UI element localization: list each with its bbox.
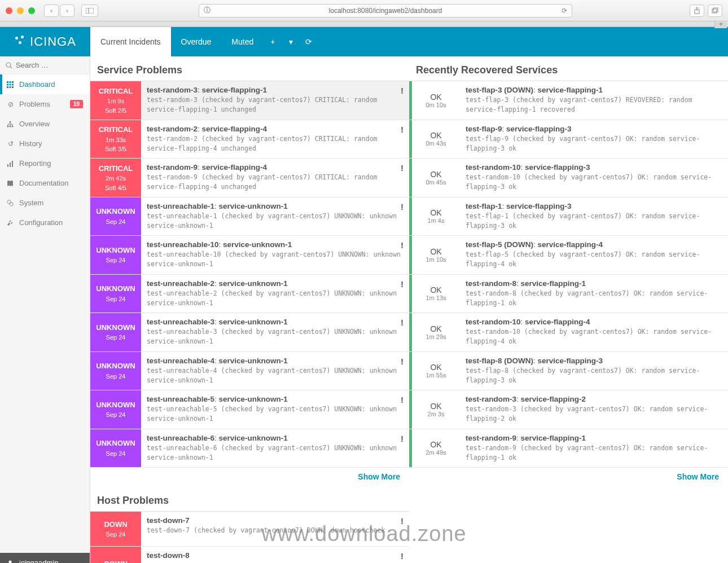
sidebar-item-system[interactable]: System [0,193,90,213]
sidebar-item-overview[interactable]: Overview [0,114,90,134]
tabs-button[interactable] [708,5,722,17]
svg-rect-5 [713,8,718,12]
minimize-window-icon[interactable] [17,7,24,14]
row-title: test-random-10: service-flapping-4 [466,318,720,326]
status-label: UNKNOWN [96,206,135,217]
row-message: test-flap-8 (checked by vagrant-centos7)… [466,366,720,386]
sidebar-item-user[interactable]: icingaadmin [0,553,90,563]
tab-current-incidents[interactable]: Current Incidents [90,27,171,56]
unhandled-icon: ! [401,516,404,526]
status-label: CRITICAL [99,163,133,174]
host-problem-row[interactable]: DOWNSep 24test-down-7test-down-7 (checke… [90,512,409,547]
status-label: OK [430,247,441,256]
maximize-window-icon[interactable] [28,7,35,14]
status-time: 1m 33s [106,135,126,145]
history-icon: ↺ [7,140,15,148]
service-problem-row[interactable]: CRITICAL2m 42sSoft 4/5test-random-9: ser… [90,159,409,197]
search-box[interactable] [0,56,90,74]
recovered-service-row[interactable]: OK1m 10stest-flap-5 (DOWN): service-flap… [409,236,728,275]
status-cell: UNKNOWNSep 24 [90,390,141,429]
recovered-service-row[interactable]: OK2m 49stest-random-9: service-flapping-… [409,429,728,468]
url-bar[interactable]: ⓘ localhost:8080/icingaweb2/dashboard ⟳ [199,4,572,17]
service-problem-row[interactable]: UNKNOWNSep 24test-unreachable-10: servic… [90,236,409,275]
service-problem-row[interactable]: UNKNOWNSep 24test-unreachable-4: service… [90,352,409,391]
status-cell: OK1m 55s [409,352,460,390]
service-problem-row[interactable]: UNKNOWNSep 24test-unreachable-5: service… [90,390,409,429]
close-window-icon[interactable] [6,7,12,14]
sidebar-item-configuration[interactable]: Configuration [0,213,90,232]
logo[interactable]: ICINGA [14,34,76,49]
recovered-service-row[interactable]: OK1m 13stest-random-8: service-flapping-… [409,275,728,314]
row-message: test-unreachable-6 (checked by vagrant-c… [147,443,401,463]
svg-point-6 [6,63,11,67]
detail-cell: test-random-9: service-flapping-4test-ra… [141,159,409,197]
sidebar-item-problems[interactable]: ⊘ Problems 19 [0,94,90,114]
detail-cell: test-flap-1: service-flapping-3test-flap… [460,197,728,236]
service-problem-row[interactable]: CRITICAL1m 33sSoft 3/5test-random-2: ser… [90,120,409,159]
status-label: UNKNOWN [96,438,135,449]
status-label: UNKNOWN [96,283,135,294]
row-title: test-unreachable-10: service-unknown-1 [147,240,401,249]
sidebar-toggle-icon[interactable] [81,5,98,17]
recovered-service-row[interactable]: OK2m 3stest-random-3: service-flapping-2… [409,390,728,429]
add-tab-icon[interactable]: + [264,27,282,56]
refresh-icon[interactable]: ⟳ [300,27,318,56]
show-more-link[interactable]: Show More [358,472,400,481]
site-info-icon[interactable]: ⓘ [204,6,210,15]
row-title: test-random-8: service-flapping-1 [466,279,720,288]
svg-rect-26 [7,164,8,167]
service-problem-row[interactable]: UNKNOWNSep 24test-unreachable-6: service… [90,429,409,468]
section-title: Host Problems [90,487,409,511]
status-label: CRITICAL [99,124,133,135]
recovered-service-row[interactable]: OK0m 45stest-random-10: service-flapping… [409,159,728,197]
forward-button[interactable]: › [60,5,74,17]
row-title: test-unreachable-5: service-unknown-1 [147,395,401,403]
back-button[interactable]: ‹ [44,5,59,17]
unhandled-icon: ! [401,551,404,561]
problems-badge: 19 [70,100,83,108]
unhandled-icon: ! [401,318,404,327]
recovered-service-row[interactable]: OK1m 55stest-flap-8 (DOWN): service-flap… [409,352,728,391]
row-message: test-down-7 (checked by vagrant-centos7)… [147,526,401,535]
row-title: test-unreachable-2: service-unknown-1 [147,279,401,288]
status-label: OK [430,363,441,372]
detail-cell: test-flap-9: service-flapping-3test-flap… [460,120,728,159]
service-problems-column: Service Problems CRITICAL1m 9sSoft 2/5te… [90,56,409,563]
row-title: test-random-10: service-flapping-3 [466,163,720,171]
sidebar-item-documentation[interactable]: Documentation [0,173,90,193]
sidebar-item-dashboard[interactable]: Dashboard [0,74,90,94]
reload-icon[interactable]: ⟳ [562,7,567,15]
row-message: test-flap-5 (checked by vagrant-centos7)… [466,250,720,270]
host-problem-row[interactable]: DOWNtest-down-8! [90,547,409,563]
share-button[interactable] [690,5,704,17]
status-cell: OK1m 10s [409,236,460,274]
detail-cell: test-flap-8 (DOWN): service-flapping-3te… [460,352,728,390]
service-problem-row[interactable]: CRITICAL1m 9sSoft 2/5test-random-3: serv… [90,81,409,120]
svg-rect-12 [10,83,11,85]
recovered-service-row[interactable]: OK1m 4stest-flap-1: service-flapping-3te… [409,197,728,236]
status-time: 1m 4s [428,217,445,224]
grid-icon [7,81,15,88]
sidebar-item-history[interactable]: ↺ History [0,134,90,153]
sidebar-item-reporting[interactable]: Reporting [0,153,90,173]
service-problem-row[interactable]: UNKNOWNSep 24test-unreachable-1: service… [90,197,409,236]
row-message: test-unreachable-1 (checked by vagrant-c… [147,212,401,231]
tab-overdue[interactable]: Overdue [171,27,222,56]
row-title: test-unreachable-3: service-unknown-1 [147,318,401,326]
service-problem-row[interactable]: UNKNOWNSep 24test-unreachable-3: service… [90,313,409,352]
service-problem-row[interactable]: UNKNOWNSep 24test-unreachable-2: service… [90,275,409,314]
show-more-link[interactable]: Show More [677,472,719,481]
recovered-service-row[interactable]: OK0m 10stest-flap-3 (DOWN): service-flap… [409,81,728,120]
search-input[interactable] [16,61,84,69]
detail-cell: test-unreachable-6: service-unknown-1tes… [141,429,409,468]
detail-cell: test-unreachable-3: service-unknown-1tes… [141,313,409,351]
window-controls [6,7,35,14]
new-tab-button[interactable]: + [714,20,727,28]
row-message: test-random-10 (checked by vagrant-cento… [466,327,720,347]
status-label: UNKNOWN [96,399,135,411]
recovered-service-row[interactable]: OK0m 43stest-flap-9: service-flapping-3t… [409,120,728,159]
recovered-service-row[interactable]: OK1m 29stest-random-10: service-flapping… [409,313,728,352]
unhandled-icon: ! [401,240,404,250]
dropdown-icon[interactable]: ▾ [282,27,300,56]
tab-muted[interactable]: Muted [221,27,264,56]
